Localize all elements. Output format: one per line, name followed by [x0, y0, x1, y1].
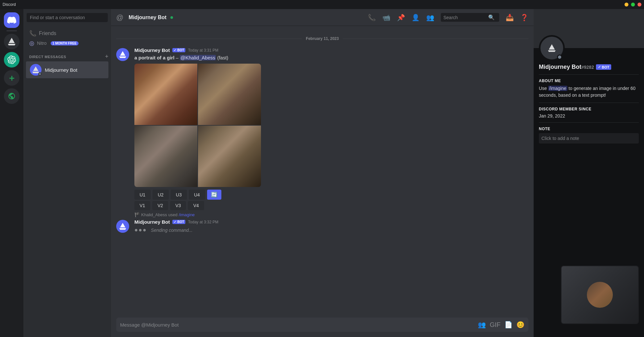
- discord-home-button[interactable]: [4, 12, 19, 28]
- dm-status-dot: [38, 72, 42, 76]
- highlight-imagine: /imagine: [548, 86, 567, 91]
- friends-label[interactable]: Friends: [39, 31, 56, 36]
- u2-button[interactable]: U2: [153, 190, 169, 200]
- msg-time-1: Today at 3:31 PM: [188, 48, 218, 53]
- friends-section[interactable]: 📞 Friends: [23, 25, 111, 38]
- used-command: /imagine: [179, 212, 195, 217]
- member-since-title: DISCORD MEMBER SINCE: [539, 107, 639, 111]
- dm-item-name: Midjourney Bot: [45, 67, 77, 73]
- nitro-badge: 1 MONTH FREE: [51, 41, 79, 45]
- msg-avatar-1: [116, 48, 129, 61]
- server-icon-sailboat[interactable]: [4, 34, 19, 49]
- action-buttons-row2: V1 V2 V3 V4: [134, 201, 528, 210]
- dm-search-input[interactable]: [27, 13, 108, 22]
- nitro-label[interactable]: Nitro: [37, 41, 47, 46]
- msg-avatar-2: [116, 220, 129, 233]
- nitro-icon: ◎: [29, 40, 34, 47]
- date-divider: February 11, 2023: [111, 34, 534, 44]
- add-member-button[interactable]: 👤: [412, 14, 420, 21]
- about-me-title: ABOUT ME: [539, 79, 639, 83]
- app-title: Discord: [3, 2, 16, 7]
- used-notice: 🏴 Khalid_Abess used /imagine: [111, 211, 534, 218]
- msg-text-1: a portrait of a girl – @Khalid_Abess (fa…: [134, 54, 528, 61]
- used-username: Khalid_Abess: [141, 212, 167, 217]
- action-buttons-row1: U1 U2 U3 U4 🔄: [134, 190, 528, 200]
- sending-text: Sending command...: [151, 228, 192, 233]
- inbox-button[interactable]: 📥: [506, 14, 514, 21]
- nitro-section[interactable]: ◎ Nitro 1 MONTH FREE: [23, 38, 111, 48]
- pin-button[interactable]: 📌: [397, 14, 405, 21]
- server-rail: ＋: [0, 9, 23, 337]
- search-icon: 🔍: [488, 14, 495, 20]
- u1-button[interactable]: U1: [134, 190, 151, 200]
- phone-call-button[interactable]: 📞: [368, 14, 376, 21]
- minimize-button[interactable]: [625, 3, 628, 6]
- gif-icon[interactable]: GIF: [490, 321, 501, 329]
- dm-avatar: [30, 64, 42, 76]
- used-text: used: [168, 212, 178, 217]
- maximize-button[interactable]: [631, 3, 635, 6]
- sticker-icon[interactable]: 📄: [504, 321, 513, 329]
- msg-author-1: Midjourney Bot: [134, 47, 170, 53]
- at-symbol: @: [116, 13, 123, 22]
- v1-button[interactable]: V1: [134, 201, 150, 210]
- message-2: Midjourney Bot ✓ BOT Today at 3:32 PM ●●…: [111, 218, 534, 235]
- input-actions: 👥 GIF 📄 😊: [478, 321, 525, 329]
- title-bar: Discord: [0, 0, 644, 9]
- note-title: NOTE: [539, 127, 639, 131]
- v4-button[interactable]: V4: [188, 201, 204, 210]
- help-button[interactable]: ❓: [520, 14, 528, 21]
- emoji-icon[interactable]: 😊: [516, 321, 525, 329]
- people-icon[interactable]: 👥: [478, 321, 486, 329]
- profile-avatar-area: [534, 35, 644, 61]
- portrait-image-2[interactable]: [198, 64, 261, 125]
- u4-button[interactable]: U4: [189, 190, 205, 200]
- profile-username: Midjourney Bot#9282: [539, 64, 594, 70]
- server-icon-openai[interactable]: [4, 52, 19, 68]
- msg-mention: @Khalid_Abess: [180, 55, 216, 60]
- used-notice-icon: 🏴: [134, 212, 140, 217]
- chat-header: @ Midjourney Bot 📞 📹 📌 👤 👥 🔍 📥 ❓: [111, 9, 534, 26]
- v3-button[interactable]: V3: [170, 201, 186, 210]
- bot-badge-2: ✓ BOT: [172, 220, 185, 224]
- explore-servers-button[interactable]: [4, 88, 19, 104]
- dm-item-midjourney[interactable]: Midjourney Bot: [26, 61, 108, 78]
- close-button[interactable]: [638, 3, 641, 6]
- add-server-button[interactable]: ＋: [4, 70, 19, 86]
- header-actions: 📞 📹 📌 👤 👥 🔍 📥 ❓: [368, 13, 528, 22]
- online-indicator: [170, 16, 173, 19]
- portrait-image-3[interactable]: [134, 126, 197, 187]
- message-input-box: 👥 GIF 📄 😊: [116, 318, 528, 332]
- u3-button[interactable]: U3: [171, 190, 187, 200]
- chat-area: @ Midjourney Bot 📞 📹 📌 👤 👥 🔍 📥 ❓: [111, 9, 534, 337]
- message-1: Midjourney Bot ✓ BOT Today at 3:31 PM a …: [111, 46, 534, 211]
- video-placeholder: [562, 266, 638, 323]
- member-list-button[interactable]: 👥: [426, 14, 434, 21]
- dm-search-container: [23, 9, 111, 25]
- video-call-button[interactable]: 📹: [382, 14, 390, 21]
- sending-dots: ●●●: [134, 227, 147, 233]
- window-controls: [625, 3, 641, 6]
- msg-text-2: ●●● Sending command...: [134, 226, 528, 234]
- note-input[interactable]: Click to add a note: [539, 133, 639, 144]
- msg-time-2: Today at 3:32 PM: [188, 220, 218, 224]
- v2-button[interactable]: V2: [152, 201, 168, 210]
- profile-info: Midjourney Bot#9282 ✓ BOT ABOUT ME Use /…: [534, 64, 644, 149]
- video-person: [587, 282, 613, 308]
- bot-badge-1: ✓ BOT: [172, 48, 185, 52]
- messages-container: February 11, 2023 Midjourney Bot ✓ BOT: [111, 26, 534, 318]
- chat-header-name: Midjourney Bot: [129, 15, 166, 20]
- portrait-image-1[interactable]: [134, 64, 197, 125]
- image-grid[interactable]: [134, 64, 261, 187]
- profile-status-dot: [557, 55, 562, 60]
- refresh-button[interactable]: 🔄: [207, 190, 221, 200]
- msg-author-2: Midjourney Bot: [134, 219, 170, 225]
- server-divider: [6, 31, 17, 31]
- add-dm-button[interactable]: +: [105, 53, 108, 60]
- header-search-box: 🔍: [441, 13, 499, 22]
- portrait-image-4[interactable]: [198, 126, 261, 187]
- right-panel: Midjourney Bot#9282 ✓ BOT ABOUT ME Use /…: [534, 9, 644, 337]
- message-input[interactable]: [120, 319, 475, 331]
- msg-header-1: Midjourney Bot ✓ BOT Today at 3:31 PM: [134, 47, 528, 53]
- header-search-input[interactable]: [443, 15, 486, 20]
